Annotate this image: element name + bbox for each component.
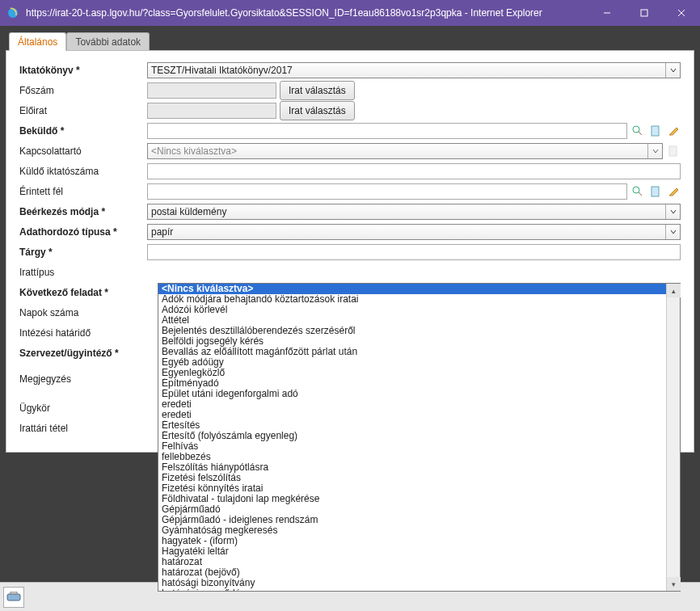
select-adathordozo-tipusa[interactable]: papír	[147, 224, 681, 240]
tab-altalanos[interactable]: Általános	[9, 32, 66, 51]
dropdown-option[interactable]: Értesítés	[158, 420, 666, 431]
dropdown-option[interactable]: Bevallás az előállított magánfőzött párl…	[158, 347, 666, 357]
label-megjegyzes: Megjegyzés	[19, 373, 147, 385]
scrollbar[interactable]: ▴ ▾	[666, 284, 680, 591]
taskbar-app-icon[interactable]	[3, 587, 24, 608]
window-titlebar: https://irat-20-t.asp.lgov.hu/?class=Gyo…	[0, 0, 700, 26]
dropdown-option[interactable]: Hagyatéki leltár	[158, 546, 666, 557]
button-foszam-irat-valasztas[interactable]: Irat választás	[280, 81, 355, 100]
dropdown-option[interactable]: Építményadó	[158, 378, 666, 389]
label-erintett-fel: Érintett fél	[19, 186, 147, 197]
svg-rect-2	[641, 10, 647, 16]
search-icon[interactable]	[630, 124, 645, 138]
dropdown-option[interactable]: hatósági bizonyítvány	[158, 578, 666, 588]
chevron-down-icon	[665, 204, 680, 219]
label-iktatokonyv: Iktatókönyv *	[19, 65, 147, 76]
dropdown-irattipus-open: <Nincs kiválasztva>Adók módjára behajtan…	[158, 283, 681, 592]
dropdown-option[interactable]: Áttétel	[158, 315, 666, 326]
dropdown-option[interactable]: Felhívás	[158, 441, 666, 452]
dropdown-option[interactable]: Fizetési könnyítés iratai	[158, 483, 666, 494]
chevron-down-icon	[665, 63, 680, 78]
dropdown-option[interactable]: fellebbezés	[158, 452, 666, 462]
form-panel: Iktatókönyv * TESZT/Hivatali Iktatókönyv…	[6, 50, 694, 453]
svg-rect-11	[652, 187, 659, 196]
svg-rect-13	[11, 592, 17, 594]
chevron-down-icon	[647, 144, 662, 158]
input-erintett-fel[interactable]	[147, 183, 627, 200]
label-irattari-tetel: Irattári tétel	[19, 423, 147, 434]
label-ugykor: Ügykör	[19, 402, 147, 414]
dropdown-option[interactable]: Értesítő (folyószámla egyenleg)	[158, 431, 666, 441]
scroll-up-icon[interactable]: ▴	[667, 284, 681, 297]
dropdown-option[interactable]: Belföldi jogsegély kérés	[158, 336, 666, 347]
button-eloirat-irat-valasztas[interactable]: Irat választás	[280, 101, 355, 120]
label-adathordozo-tipusa: Adathordozó típusa *	[19, 226, 147, 238]
new-doc-icon[interactable]	[648, 124, 663, 138]
dropdown-option[interactable]: Fizetési felszólítás	[158, 473, 666, 483]
select-beerkezes-modja-value: postai küldemény	[151, 206, 226, 217]
select-iktatokonyv[interactable]: TESZT/Hivatali Iktatókönyv/2017	[147, 62, 681, 78]
dropdown-option[interactable]: határozat (bejövő)	[158, 567, 666, 578]
dropdown-option[interactable]: hatósági szerződés	[158, 588, 666, 591]
window-maximize-button[interactable]	[626, 0, 663, 26]
edit-icon[interactable]	[666, 124, 681, 138]
label-foszam: Főszám	[19, 85, 147, 96]
svg-point-9	[633, 187, 639, 193]
dropdown-option[interactable]: Gyámhatóság megkeresés	[158, 525, 666, 536]
dropdown-option[interactable]: <Nincs kiválasztva>	[158, 284, 666, 294]
label-kovetkezo-feladat: Következő feladat *	[19, 287, 147, 298]
dropdown-option[interactable]: Felszólítás hiánypótlásra	[158, 462, 666, 473]
svg-rect-7	[652, 126, 659, 136]
dropdown-option[interactable]: Bejelentés desztillálóberendezés szerzés…	[158, 326, 666, 336]
window-close-button[interactable]	[663, 0, 700, 26]
dropdown-option[interactable]: határozat	[158, 557, 666, 567]
app-frame: Általános További adatok Iktatókönyv * T…	[0, 26, 700, 582]
dropdown-option[interactable]: Gépjárműadó	[158, 504, 666, 515]
input-eloirat[interactable]	[147, 103, 276, 119]
tabs: Általános További adatok	[6, 32, 694, 50]
dropdown-option[interactable]: Egyenlegközlő	[158, 368, 666, 378]
label-irattipus: Irattípus	[19, 267, 147, 278]
input-targy[interactable]	[147, 244, 681, 260]
dropdown-option[interactable]: eredeti	[158, 410, 666, 420]
edit-icon[interactable]	[666, 184, 681, 199]
svg-rect-8	[669, 146, 677, 156]
input-foszam[interactable]	[147, 82, 276, 99]
label-eloirat: Előirat	[19, 105, 147, 116]
chevron-down-icon	[665, 225, 680, 239]
label-szervezet-ugyintezo: Szervezet/ügyintéző *	[19, 348, 147, 359]
label-napok-szama: Napok száma	[19, 307, 147, 318]
select-kapcsolattarto-placeholder: <Nincs kiválasztva>	[151, 145, 237, 157]
svg-rect-12	[7, 594, 20, 600]
label-beerkezes-modja: Beérkezés módja *	[19, 206, 147, 217]
new-doc-icon[interactable]	[648, 184, 663, 199]
svg-line-10	[639, 192, 642, 196]
dropdown-option[interactable]: Földhivatal - tulajdoni lap megkérése	[158, 494, 666, 504]
label-targy: Tárgy *	[19, 247, 147, 258]
select-iktatokonyv-value: TESZT/Hivatali Iktatókönyv/2017	[151, 65, 293, 76]
dropdown-option[interactable]: hagyatek - (iform)	[158, 536, 666, 546]
dropdown-option[interactable]: Adók módjára behajtandó köztartozások ir…	[158, 294, 666, 305]
dropdown-option[interactable]: Gépjárműadó - ideiglenes rendszám	[158, 515, 666, 525]
dropdown-option[interactable]: Egyéb adóügy	[158, 357, 666, 368]
new-doc-icon[interactable]	[666, 144, 681, 158]
label-kapcsolattarto: Kapcsolattartó	[19, 145, 147, 157]
ie-logo-icon	[6, 6, 19, 19]
input-kuldo-iktatoszama[interactable]	[147, 163, 681, 179]
svg-point-5	[633, 126, 639, 133]
dropdown-option[interactable]: Épület utáni idegenforgalmi adó	[158, 389, 666, 399]
dropdown-list[interactable]: <Nincs kiválasztva>Adók módjára behajtan…	[158, 284, 666, 591]
window-minimize-button[interactable]	[588, 0, 626, 26]
input-bekuldo[interactable]	[147, 123, 627, 139]
label-kuldo-iktatoszama: Küldő iktatószáma	[19, 166, 147, 177]
dropdown-option[interactable]: Adózói körlevél	[158, 305, 666, 315]
select-adathordozo-tipusa-value: papír	[151, 226, 173, 238]
dropdown-option[interactable]: eredeti	[158, 399, 666, 410]
svg-line-6	[639, 132, 642, 135]
label-intezesi-hatarido: Intézési határidő	[19, 327, 147, 339]
scroll-down-icon[interactable]: ▾	[667, 577, 681, 591]
select-kapcsolattarto[interactable]: <Nincs kiválasztva>	[147, 143, 663, 159]
search-icon[interactable]	[630, 184, 645, 199]
select-beerkezes-modja[interactable]: postai küldemény	[147, 204, 681, 220]
tab-tovabbi-adatok[interactable]: További adatok	[66, 32, 150, 51]
